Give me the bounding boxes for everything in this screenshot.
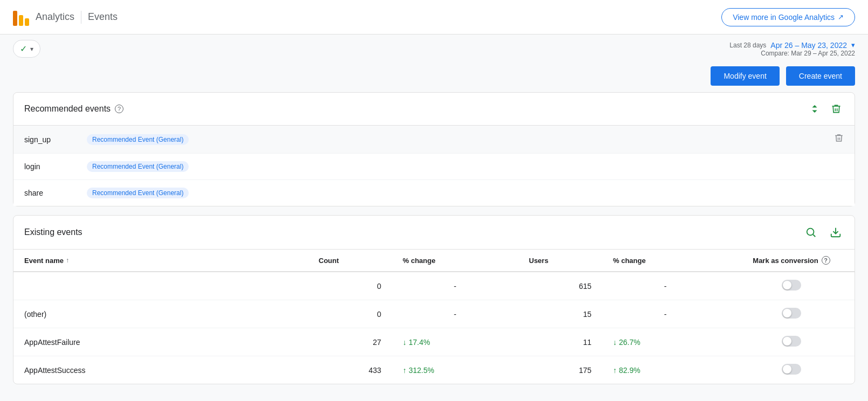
header-divider <box>81 11 81 24</box>
date-chevron-icon[interactable]: ▾ <box>851 41 855 49</box>
recommended-event-row: sign_up Recommended Event (General) <box>13 126 855 154</box>
create-event-button[interactable]: Create event <box>786 66 855 86</box>
td-users-change: - <box>602 272 728 300</box>
th-users-change: % change <box>602 250 728 272</box>
existing-section-actions <box>803 224 844 240</box>
td-users-change: ↑ 82.9% <box>602 356 728 384</box>
conversion-toggle[interactable] <box>782 280 801 291</box>
svg-line-1 <box>813 234 815 237</box>
page-title: Events <box>88 11 118 23</box>
recommended-help-icon[interactable]: ? <box>115 105 123 113</box>
td-count: 27 <box>308 328 392 356</box>
header-left: Analytics Events <box>13 9 118 26</box>
external-link-icon: ↗ <box>838 13 844 21</box>
conversion-toggle[interactable] <box>782 336 801 347</box>
td-event-name: (other) <box>13 300 308 328</box>
action-buttons-row: Modify event Create event <box>13 58 855 92</box>
th-conversion: Mark as conversion ? <box>728 250 855 272</box>
conversion-toggle[interactable] <box>782 364 801 375</box>
filter-checkmark-icon: ✓ <box>20 44 27 54</box>
td-conversion <box>728 272 855 300</box>
th-users: Users <box>518 250 602 272</box>
td-count-change: - <box>392 272 518 300</box>
td-conversion <box>728 300 855 328</box>
td-count: 0 <box>308 300 392 328</box>
date-range-section: Last 28 days Apr 26 – May 23, 2022 ▾ Com… <box>729 41 855 57</box>
td-count: 0 <box>308 272 392 300</box>
table-row: AppAttestSuccess 433 ↑ 312.5% 175 ↑ 82.9… <box>13 356 855 384</box>
td-users: 11 <box>518 328 602 356</box>
existing-title-text: Existing events <box>24 227 82 237</box>
main-content: Modify event Create event Recommended ev… <box>0 58 868 397</box>
reorder-button[interactable] <box>807 101 822 116</box>
search-events-button[interactable] <box>803 224 819 240</box>
td-conversion <box>728 328 855 356</box>
td-users: 175 <box>518 356 602 384</box>
arrow-up-icon: ↑ <box>613 366 617 375</box>
view-more-button[interactable]: View more in Google Analytics ↗ <box>721 8 855 26</box>
delete-section-button[interactable] <box>829 101 844 116</box>
analytics-logo <box>13 9 29 26</box>
td-count-change: - <box>392 300 518 328</box>
table-row: AppAttestFailure 27 ↓ 17.4% 11 ↓ 26.7% <box>13 328 855 356</box>
td-users-change: ↓ 26.7% <box>602 328 728 356</box>
event-name-signup: sign_up <box>24 135 78 144</box>
svg-point-0 <box>807 229 814 236</box>
download-events-button[interactable] <box>828 224 844 240</box>
th-event-name[interactable]: Event name ↑ <box>13 250 308 272</box>
recommended-event-row: login Recommended Event (General) <box>13 154 855 180</box>
td-count-change: ↓ 17.4% <box>392 328 518 356</box>
events-table: Event name ↑ Count % change Users % c <box>13 250 855 384</box>
recommended-section-header: Recommended events ? <box>13 93 855 126</box>
td-users: 615 <box>518 272 602 300</box>
recommended-events-section: Recommended events ? sign_up Recommen <box>13 92 855 206</box>
table-row: 0 - 615 - <box>13 272 855 300</box>
arrow-down-icon: ↓ <box>613 338 617 347</box>
event-tag-login[interactable]: Recommended Event (General) <box>87 161 189 172</box>
chevron-down-icon: ▾ <box>30 45 33 53</box>
arrow-down-icon: ↓ <box>403 338 407 347</box>
td-users: 15 <box>518 300 602 328</box>
th-count: Count <box>308 250 392 272</box>
event-name-share: share <box>24 189 78 197</box>
modify-event-button[interactable]: Modify event <box>711 66 779 86</box>
conversion-help-icon[interactable]: ? <box>822 256 830 265</box>
td-event-name: AppAttestFailure <box>13 328 308 356</box>
sort-arrow-icon: ↑ <box>66 257 69 264</box>
event-tag-share[interactable]: Recommended Event (General) <box>87 188 189 198</box>
existing-section-header: Existing events <box>13 216 855 250</box>
analytics-label: Analytics <box>36 11 74 23</box>
table-header-row: Event name ↑ Count % change Users % c <box>13 250 855 272</box>
td-conversion <box>728 356 855 384</box>
recommended-section-actions <box>807 101 844 116</box>
existing-events-section: Existing events <box>13 215 855 384</box>
compare-label: Compare: Mar 29 – Apr 25, 2022 <box>761 50 855 57</box>
td-event-name <box>13 272 308 300</box>
recommended-title-text: Recommended events <box>24 104 111 114</box>
event-tag-signup[interactable]: Recommended Event (General) <box>87 134 189 145</box>
conversion-toggle[interactable] <box>782 308 801 319</box>
arrow-up-icon: ↑ <box>403 366 407 375</box>
date-range-text[interactable]: Apr 26 – May 23, 2022 <box>770 41 847 50</box>
table-row: (other) 0 - 15 - <box>13 300 855 328</box>
recommended-event-row: share Recommended Event (General) <box>13 180 855 206</box>
recommended-section-title: Recommended events ? <box>24 104 123 114</box>
app-header: Analytics Events View more in Google Ana… <box>0 0 868 34</box>
row-delete-icon-signup[interactable] <box>834 133 844 146</box>
td-users-change: - <box>602 300 728 328</box>
th-count-change: % change <box>392 250 518 272</box>
td-count: 433 <box>308 356 392 384</box>
filter-chip[interactable]: ✓ ▾ <box>13 40 40 58</box>
view-more-label: View more in Google Analytics <box>733 13 835 22</box>
event-name-login: login <box>24 162 78 171</box>
td-count-change: ↑ 312.5% <box>392 356 518 384</box>
last28-label: Last 28 days <box>729 42 766 49</box>
td-event-name: AppAttestSuccess <box>13 356 308 384</box>
